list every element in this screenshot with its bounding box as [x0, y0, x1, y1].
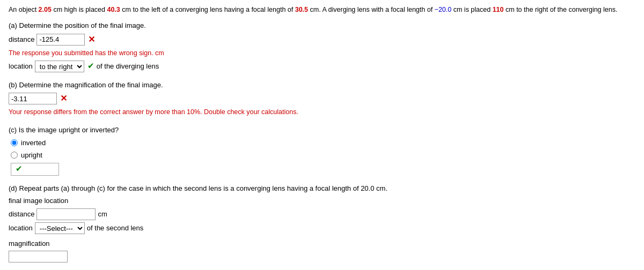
upright-row: upright: [11, 150, 635, 161]
part-d: (d) Repeat parts (a) through (c) for the…: [9, 183, 635, 271]
part-c-label: (c) Is the image upright or inverted?: [9, 125, 635, 136]
upright-label: upright: [21, 150, 42, 161]
location-label-a: location: [9, 61, 33, 72]
cm-label-d: cm: [98, 209, 107, 220]
upright-radio[interactable]: [11, 152, 18, 159]
check-box-c: ✔: [11, 163, 59, 176]
error-x-b: ✕: [60, 92, 67, 105]
part-b-label: (b) Determine the magnification of the f…: [9, 80, 635, 91]
magnification-input-b[interactable]: [9, 93, 57, 104]
error-msg-b: Your response differs from the correct a…: [9, 107, 635, 117]
magnification-section-d: magnification: [9, 238, 635, 263]
error-msg-a: The response you submitted has the wrong…: [9, 48, 635, 58]
part-a-location-row: location to the right to the left ✔ of t…: [9, 60, 635, 72]
distance-input-a[interactable]: [36, 34, 85, 46]
part-d-orientation-section: Is the image upright or inverted? invert…: [9, 268, 635, 270]
part-d-label: (d) Repeat parts (a) through (c) for the…: [9, 183, 635, 194]
problem-statement: An object 2.05 cm high is placed 40.3 cm…: [9, 4, 635, 15]
distance-label-a: distance: [9, 34, 34, 45]
location-label-d: location: [9, 223, 33, 234]
inverted-radio[interactable]: [11, 139, 18, 146]
part-a-label: (a) Determine the position of the final …: [9, 20, 635, 31]
inverted-label: inverted: [21, 138, 46, 148]
val-focal2: −20.0: [435, 6, 452, 13]
check-a: ✔: [87, 60, 94, 72]
upright-inverted-label-d: Is the image upright or inverted?: [9, 268, 635, 270]
part-c: (c) Is the image upright or inverted? in…: [9, 125, 635, 176]
part-a-distance-row: distance ✕: [9, 33, 635, 46]
part-b-input-row: ✕: [9, 92, 635, 105]
of-diverging-label: of the diverging lens: [97, 61, 159, 72]
distance-input-d[interactable]: [36, 208, 96, 220]
part-c-radio-group: inverted upright: [11, 138, 635, 161]
part-d-distance-row: distance cm: [9, 208, 635, 220]
check-c: ✔: [16, 163, 23, 175]
val-focal1: 30.5: [295, 6, 308, 13]
magnification-label-d: magnification: [9, 238, 635, 249]
part-b: (b) Determine the magnification of the f…: [9, 80, 635, 117]
location-select-d[interactable]: ---Select--- to the right to the left: [35, 222, 85, 234]
location-select-a[interactable]: to the right to the left: [35, 61, 84, 72]
magnification-input-d[interactable]: [9, 251, 68, 262]
val-distance: 40.3: [107, 6, 120, 13]
part-a: (a) Determine the position of the final …: [9, 20, 635, 72]
part-d-location-row: location ---Select--- to the right to th…: [9, 222, 635, 234]
final-image-location-label: final image location: [9, 196, 635, 206]
val-placement: 110: [493, 6, 504, 13]
distance-label-d: distance: [9, 209, 34, 220]
error-x-a: ✕: [88, 33, 95, 46]
of-second-lens-label: of the second lens: [87, 223, 144, 234]
inverted-row: inverted: [11, 138, 635, 148]
val-height: 2.05: [39, 6, 52, 13]
